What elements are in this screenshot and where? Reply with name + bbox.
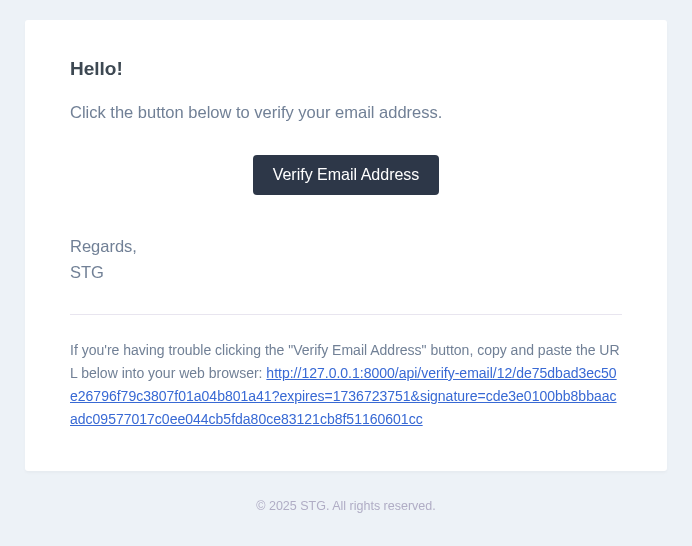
signature: Regards, STG (70, 233, 622, 286)
instruction-text: Click the button below to verify your em… (70, 100, 622, 125)
fallback-instructions: If you're having trouble clicking the "V… (70, 339, 622, 431)
button-container: Verify Email Address (70, 155, 622, 195)
divider (70, 314, 622, 315)
greeting-heading: Hello! (70, 58, 622, 80)
footer-copyright: © 2025 STG. All rights reserved. (25, 499, 667, 513)
verify-email-button[interactable]: Verify Email Address (253, 155, 440, 195)
email-card: Hello! Click the button below to verify … (25, 20, 667, 471)
sender-name: STG (70, 263, 104, 281)
regards-label: Regards, (70, 237, 137, 255)
